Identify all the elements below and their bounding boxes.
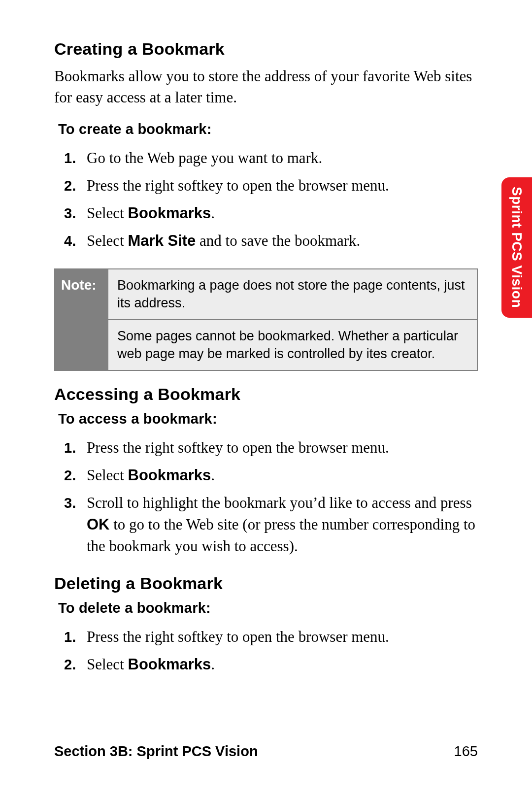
steps-access-bookmark: Press the right softkey to open the brow… [54, 434, 478, 560]
step-item: Press the right softkey to open the brow… [82, 172, 478, 200]
lead-delete-bookmark: To delete a bookmark: [58, 600, 478, 616]
steps-delete-bookmark: Press the right softkey to open the brow… [54, 623, 478, 678]
side-tab-label: Sprint PCS Vision [509, 187, 525, 308]
step-item: Select Bookmarks. [82, 200, 478, 227]
step-item: Select Mark Site and to save the bookmar… [82, 227, 478, 255]
ui-bookmarks: Bookmarks [128, 204, 211, 222]
steps-create-bookmark: Go to the Web page you want to mark. Pre… [54, 144, 478, 255]
note-body: Bookmarking a page does not store the pa… [108, 268, 478, 371]
heading-accessing-bookmark: Accessing a Bookmark [54, 385, 478, 404]
ui-ok: OK [87, 516, 110, 533]
heading-deleting-bookmark: Deleting a Bookmark [54, 574, 478, 593]
note-box: Note: Bookmarking a page does not store … [54, 268, 478, 371]
step-item: Scroll to highlight the bookmark you’d l… [82, 489, 478, 560]
lead-access-bookmark: To access a bookmark: [58, 411, 478, 427]
footer-section: Section 3B: Sprint PCS Vision [54, 743, 258, 760]
ui-mark-site: Mark Site [128, 232, 196, 249]
step-item: Press the right softkey to open the brow… [82, 623, 478, 651]
intro-paragraph: Bookmarks allow you to store the address… [54, 66, 478, 108]
step-item: Go to the Web page you want to mark. [82, 144, 478, 172]
lead-create-bookmark: To create a bookmark: [58, 121, 478, 137]
footer-page-number: 165 [454, 743, 478, 760]
step-item: Select Bookmarks. [82, 462, 478, 489]
manual-page: Sprint PCS Vision Creating a Bookmark Bo… [0, 0, 532, 798]
note-label: Note: [54, 268, 108, 371]
step-item: Press the right softkey to open the brow… [82, 434, 478, 462]
ui-bookmarks: Bookmarks [128, 466, 211, 484]
section-side-tab: Sprint PCS Vision [501, 177, 532, 318]
heading-creating-bookmark: Creating a Bookmark [54, 39, 478, 59]
ui-bookmarks: Bookmarks [128, 656, 211, 673]
page-footer: Section 3B: Sprint PCS Vision 165 [54, 743, 478, 760]
note-row: Some pages cannot be bookmarked. Whether… [108, 320, 478, 371]
note-row: Bookmarking a page does not store the pa… [108, 268, 478, 320]
step-item: Select Bookmarks. [82, 651, 478, 678]
